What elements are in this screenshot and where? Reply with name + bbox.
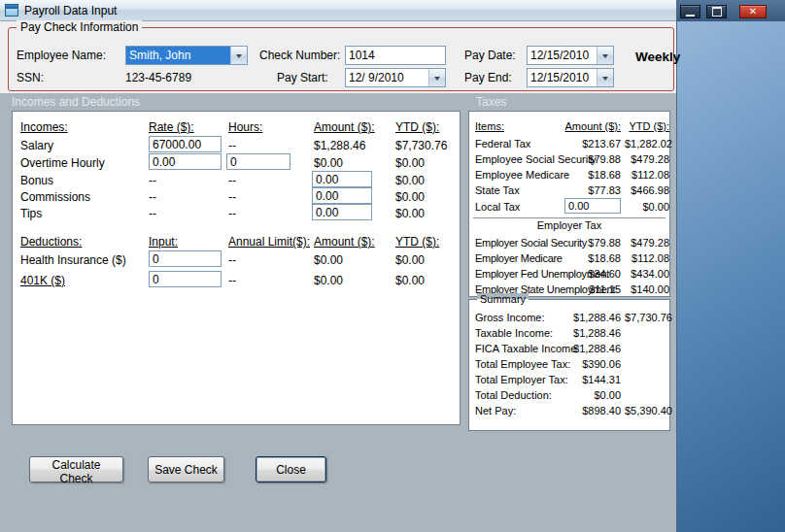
tax-row-amount: $213.67 — [563, 138, 621, 150]
tax-items-header: Items: — [475, 120, 504, 132]
pay-date-value: 12/15/2010 — [528, 47, 597, 64]
summary-row-ytd: $5,390.40 — [625, 405, 669, 416]
deduction-health-label: Health Insurance ($) — [20, 253, 126, 267]
paycheck-info-group: Pay Check Information Employee Name: Smi… — [8, 27, 674, 91]
commissions-hours-value: -- — [228, 190, 236, 204]
overtime-amount-value: $0.00 — [314, 156, 343, 170]
income-bonus-label: Bonus — [20, 174, 53, 187]
k401-amount-value: $0.00 — [314, 274, 343, 287]
local-tax-input[interactable] — [564, 198, 621, 214]
section-incomes-deductions-title: Incomes and Deductions — [12, 95, 140, 109]
employee-name-label: Employee Name: — [17, 49, 106, 62]
titlebar[interactable]: Payroll Data Input — [0, 0, 676, 21]
overtime-ytd-value: $0.00 — [395, 156, 425, 170]
bonus-hours-value: -- — [228, 174, 236, 187]
pay-end-picker[interactable]: 12/15/2010 — [527, 68, 614, 87]
salary-hours-value: -- — [228, 139, 236, 152]
tax-row-label: Employee Medicare — [475, 169, 569, 181]
k401-input[interactable] — [149, 271, 222, 287]
employer-tax-row-ytd: $434.00 — [625, 268, 669, 280]
summary-row-amount: $390.06 — [566, 358, 621, 370]
rate-header: Rate ($): — [149, 120, 194, 134]
employee-name-dropdown-button[interactable] — [230, 47, 247, 64]
pay-end-dropdown-button[interactable] — [597, 69, 613, 86]
summary-row-label: Net Pay: — [475, 405, 516, 416]
check-number-input[interactable] — [345, 46, 446, 65]
save-check-button[interactable]: Save Check — [148, 456, 224, 482]
window-title: Payroll Data Input — [24, 4, 117, 17]
tax-row-ytd: $112.08 — [625, 169, 669, 181]
k401-ytd-value: $0.00 — [395, 274, 425, 287]
summary-row-ytd: $7,730.76 — [625, 312, 669, 323]
employee-name-combobox[interactable]: Smith, John — [125, 46, 248, 65]
salary-ytd-value: $7,730.76 — [395, 139, 447, 152]
chevron-down-icon — [434, 77, 440, 83]
summary-row-label: FICA Taxable Income: — [475, 343, 579, 354]
tax-row-amount: $79.88 — [563, 153, 621, 165]
commissions-ytd-value: $0.00 — [395, 190, 425, 204]
section-taxes-title: Taxes — [476, 95, 506, 109]
employer-tax-row-amount: $18.68 — [563, 252, 621, 264]
maximize-icon — [712, 7, 722, 17]
pay-date-label: Pay Date: — [464, 49, 516, 62]
calculate-check-button[interactable]: Calculate Check — [29, 456, 123, 482]
k401-limit-value: -- — [228, 274, 236, 287]
pay-date-dropdown-button[interactable] — [597, 47, 613, 64]
summary-row-amount: $1,288.46 — [566, 312, 621, 323]
employer-tax-row-ytd: $140.00 — [625, 283, 669, 295]
background-close-button[interactable]: ✕ — [739, 5, 767, 18]
summary-row-label: Total Deduction: — [475, 389, 552, 401]
health-amount-value: $0.00 — [314, 253, 343, 267]
background-minimize-button[interactable] — [680, 5, 700, 18]
tips-ytd-value: $0.00 — [395, 207, 425, 220]
amount-header: Amount ($): — [314, 120, 375, 134]
tips-amount-input[interactable] — [312, 204, 372, 220]
income-commissions-label: Commissions — [20, 190, 90, 204]
tax-amount-header: Amount ($): — [563, 120, 621, 132]
pay-end-label: Pay End: — [464, 71, 512, 84]
summary-row-amount: $898.40 — [566, 405, 621, 416]
tips-hours-value: -- — [228, 207, 236, 220]
health-insurance-input[interactable] — [149, 250, 222, 267]
deductions-input-header: Input: — [149, 235, 178, 249]
deductions-limit-header: Annual Limit($): — [228, 235, 310, 249]
summary-row-amount: $1,288.46 — [566, 327, 621, 339]
health-ytd-value: $0.00 — [395, 253, 425, 267]
commissions-amount-input[interactable] — [312, 187, 372, 204]
pay-date-picker[interactable]: 12/15/2010 — [527, 46, 614, 65]
incomes-deductions-panel: Incomes: Rate ($): Hours: Amount ($): YT… — [12, 111, 461, 425]
pay-start-dropdown-button[interactable] — [428, 69, 445, 86]
chevron-down-icon — [602, 54, 608, 61]
pay-start-value: 12/ 9/2010 — [346, 69, 428, 86]
employer-tax-header: Employer Tax — [469, 219, 669, 231]
overtime-hours-input[interactable] — [226, 153, 290, 170]
summary-panel: Summary Gross Income: $1,288.46 $7,730.7… — [468, 299, 670, 431]
employer-tax-row-ytd: $112.08 — [625, 252, 669, 264]
tax-row-amount: $18.68 — [563, 169, 621, 181]
close-button[interactable]: Close — [256, 456, 326, 482]
summary-row-label: Total Employer Tax: — [475, 374, 568, 385]
overtime-rate-input[interactable] — [149, 153, 222, 170]
local-tax-label: Local Tax — [475, 201, 520, 213]
tax-row-label: State Tax — [475, 184, 520, 196]
employer-tax-divider — [473, 217, 666, 218]
deduction-401k-label: 401K ($) — [20, 274, 65, 287]
salary-rate-input[interactable] — [149, 136, 222, 152]
income-tips-label: Tips — [20, 207, 42, 220]
pay-start-picker[interactable]: 12/ 9/2010 — [345, 68, 446, 87]
employer-tax-row-amount: $34.60 — [563, 268, 621, 280]
summary-row-label: Taxable Income: — [475, 327, 553, 339]
app-icon — [5, 4, 18, 17]
summary-row-amount: $144.31 — [566, 374, 621, 385]
background-maximize-button[interactable] — [706, 5, 727, 18]
ytd-header: YTD ($): — [395, 120, 439, 134]
summary-title: Summary — [477, 293, 529, 305]
bonus-ytd-value: $0.00 — [395, 174, 425, 187]
minimize-icon — [686, 15, 695, 17]
summary-row-label: Gross Income: — [475, 312, 545, 323]
salary-amount-value: $1,288.46 — [314, 139, 365, 152]
income-salary-label: Salary — [20, 139, 53, 152]
employer-tax-row-label: Employer Medicare — [475, 252, 563, 264]
tax-row-ytd: $466.98 — [625, 184, 669, 196]
bonus-amount-input[interactable] — [312, 171, 372, 187]
